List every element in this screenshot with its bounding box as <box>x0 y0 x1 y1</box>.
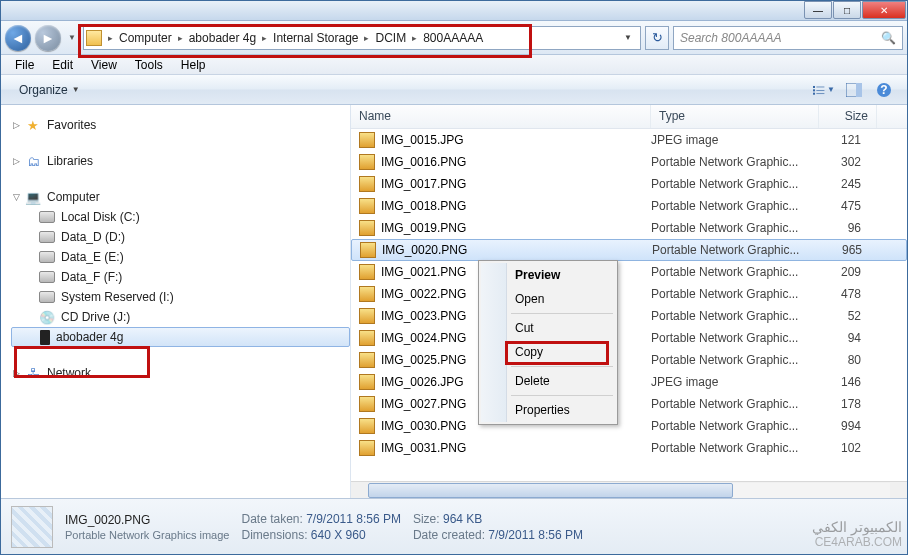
file-size: 94 <box>819 331 869 345</box>
menu-tools[interactable]: Tools <box>127 56 171 74</box>
search-input[interactable]: Search 800AAAAA 🔍 <box>673 26 903 50</box>
file-size: 178 <box>819 397 869 411</box>
file-row[interactable]: IMG_0020.PNGPortable Network Graphic...9… <box>351 239 907 261</box>
tree-drive-i[interactable]: System Reserved (I:) <box>11 287 350 307</box>
file-type: Portable Network Graphic... <box>651 155 819 169</box>
file-row[interactable]: IMG_0021.PNGPortable Network Graphic...2… <box>351 261 907 283</box>
tree-drive-f[interactable]: Data_F (F:) <box>11 267 350 287</box>
tree-favorites[interactable]: ▷★Favorites <box>11 115 350 135</box>
file-row[interactable]: IMG_0019.PNGPortable Network Graphic...9… <box>351 217 907 239</box>
column-size[interactable]: Size <box>819 105 877 128</box>
horizontal-scrollbar[interactable] <box>351 481 907 498</box>
back-button[interactable]: ◄ <box>5 25 31 51</box>
crumb-computer[interactable]: Computer <box>117 31 174 45</box>
refresh-button[interactable]: ↻ <box>645 26 669 50</box>
column-type[interactable]: Type <box>651 105 819 128</box>
breadcrumb-separator[interactable]: ▸ <box>258 33 271 43</box>
close-button[interactable]: ✕ <box>862 1 906 19</box>
ctx-delete[interactable]: Delete <box>481 369 615 393</box>
image-file-icon <box>359 330 375 346</box>
breadcrumb-separator[interactable]: ▸ <box>104 33 117 43</box>
file-thumbnail <box>11 506 53 548</box>
file-row[interactable]: IMG_0030.PNGPortable Network Graphic...9… <box>351 415 907 437</box>
tree-cd-drive[interactable]: 💿CD Drive (J:) <box>11 307 350 327</box>
breadcrumb-separator[interactable]: ▸ <box>174 33 187 43</box>
file-name: IMG_0020.PNG <box>382 243 467 257</box>
command-bar: Organize ▼ ▼ ? <box>1 75 907 105</box>
status-filename: IMG_0020.PNG <box>65 513 229 527</box>
file-row[interactable]: IMG_0023.PNGPortable Network Graphic...5… <box>351 305 907 327</box>
file-size: 80 <box>819 353 869 367</box>
file-type: Portable Network Graphic... <box>651 309 819 323</box>
menu-view[interactable]: View <box>83 56 125 74</box>
file-type: Portable Network Graphic... <box>651 287 819 301</box>
ctx-copy[interactable]: Copy <box>481 340 615 364</box>
image-file-icon <box>359 374 375 390</box>
ctx-cut[interactable]: Cut <box>481 316 615 340</box>
forward-button[interactable]: ► <box>35 25 61 51</box>
drive-icon <box>39 251 55 263</box>
file-size: 146 <box>819 375 869 389</box>
tree-network[interactable]: ▷🖧Network <box>11 363 350 383</box>
menu-edit[interactable]: Edit <box>44 56 81 74</box>
file-row[interactable]: IMG_0015.JPGJPEG image121 <box>351 129 907 151</box>
svg-rect-1 <box>816 86 824 87</box>
minimize-button[interactable]: — <box>804 1 832 19</box>
tree-drive-c[interactable]: Local Disk (C:) <box>11 207 350 227</box>
file-name: IMG_0015.JPG <box>381 133 464 147</box>
breadcrumb-separator[interactable]: ▸ <box>408 33 421 43</box>
file-row[interactable]: IMG_0031.PNGPortable Network Graphic...1… <box>351 437 907 459</box>
tree-drive-d[interactable]: Data_D (D:) <box>11 227 350 247</box>
svg-rect-3 <box>816 90 824 91</box>
tree-phone-device[interactable]: abobader 4g <box>11 327 350 347</box>
crumb-storage[interactable]: Internal Storage <box>271 31 360 45</box>
address-bar[interactable]: ▸ Computer ▸ abobader 4g ▸ Internal Stor… <box>83 26 641 50</box>
maximize-button[interactable]: □ <box>833 1 861 19</box>
file-row[interactable]: IMG_0026.JPGJPEG image146 <box>351 371 907 393</box>
ctx-properties[interactable]: Properties <box>481 398 615 422</box>
file-type: Portable Network Graphic... <box>651 353 819 367</box>
organize-button[interactable]: Organize ▼ <box>9 79 90 101</box>
drive-icon <box>39 231 55 243</box>
column-name[interactable]: Name <box>351 105 651 128</box>
ctx-preview[interactable]: Preview <box>481 263 615 287</box>
computer-icon: 💻 <box>25 189 41 205</box>
menu-help[interactable]: Help <box>173 56 214 74</box>
menu-file[interactable]: File <box>7 56 42 74</box>
context-menu: Preview Open Cut Copy Delete Properties <box>478 260 618 425</box>
crumb-folder[interactable]: 800AAAAA <box>421 31 485 45</box>
file-size: 121 <box>819 133 869 147</box>
help-button[interactable]: ? <box>873 79 895 101</box>
navigation-pane[interactable]: ▷★Favorites ▷🗂Libraries ▽💻Computer Local… <box>1 105 351 498</box>
address-dropdown[interactable]: ▼ <box>618 33 638 42</box>
file-size: 102 <box>819 441 869 455</box>
tree-drive-e[interactable]: Data_E (E:) <box>11 247 350 267</box>
image-file-icon <box>359 418 375 434</box>
ctx-open[interactable]: Open <box>481 287 615 311</box>
view-options-button[interactable]: ▼ <box>813 79 835 101</box>
organize-label: Organize <box>19 83 68 97</box>
file-type: Portable Network Graphic... <box>651 221 819 235</box>
file-row[interactable]: IMG_0027.PNGPortable Network Graphic...1… <box>351 393 907 415</box>
file-name: IMG_0023.PNG <box>381 309 466 323</box>
file-row[interactable]: IMG_0017.PNGPortable Network Graphic...2… <box>351 173 907 195</box>
preview-pane-button[interactable] <box>843 79 865 101</box>
file-row[interactable]: IMG_0022.PNGPortable Network Graphic...4… <box>351 283 907 305</box>
image-file-icon <box>359 220 375 236</box>
file-list[interactable]: IMG_0015.JPGJPEG image121IMG_0016.PNGPor… <box>351 129 907 481</box>
title-bar[interactable]: — □ ✕ <box>1 1 907 21</box>
image-file-icon <box>359 176 375 192</box>
file-row[interactable]: IMG_0025.PNGPortable Network Graphic...8… <box>351 349 907 371</box>
crumb-device[interactable]: abobader 4g <box>187 31 258 45</box>
crumb-dcim[interactable]: DCIM <box>373 31 408 45</box>
tree-computer[interactable]: ▽💻Computer <box>11 187 350 207</box>
file-row[interactable]: IMG_0024.PNGPortable Network Graphic...9… <box>351 327 907 349</box>
history-dropdown[interactable]: ▼ <box>65 27 79 49</box>
details-pane: IMG_0020.PNG Portable Network Graphics i… <box>1 498 907 554</box>
file-name: IMG_0017.PNG <box>381 177 466 191</box>
tree-libraries[interactable]: ▷🗂Libraries <box>11 151 350 171</box>
file-row[interactable]: IMG_0016.PNGPortable Network Graphic...3… <box>351 151 907 173</box>
file-name: IMG_0026.JPG <box>381 375 464 389</box>
breadcrumb-separator[interactable]: ▸ <box>360 33 373 43</box>
file-row[interactable]: IMG_0018.PNGPortable Network Graphic...4… <box>351 195 907 217</box>
